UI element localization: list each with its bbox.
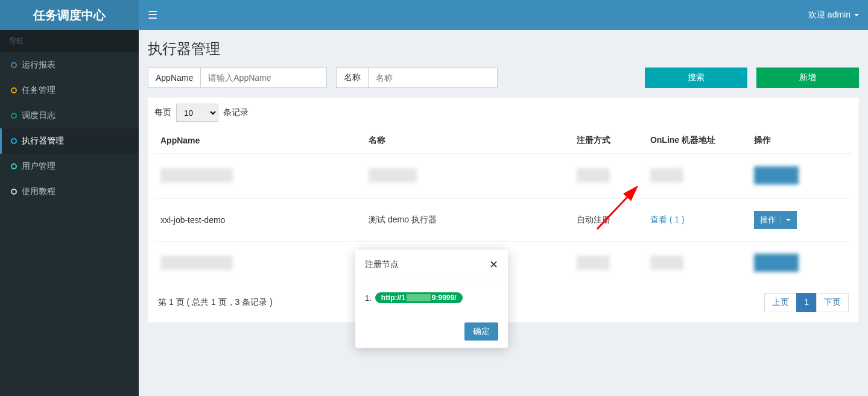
name-label: 名称 (336, 68, 368, 88)
welcome-label: 欢迎 admin (808, 10, 851, 20)
sidebar-item-label: 使用教程 (22, 186, 55, 197)
circle-icon (11, 62, 17, 68)
modal-footer: 确定 (355, 315, 508, 348)
circle-icon (11, 113, 17, 119)
sidebar-item[interactable]: 任务管理 (0, 78, 139, 103)
add-button[interactable]: 新增 (756, 68, 859, 88)
appname-label: AppName (148, 68, 200, 88)
next-page[interactable]: 下页 (816, 293, 849, 312)
chevron-down-icon (854, 14, 859, 16)
sidebar-item[interactable]: 使用教程 (0, 179, 139, 204)
sidebar-item-label: 调度日志 (22, 110, 55, 121)
confirm-button[interactable]: 确定 (464, 322, 498, 341)
register-node-modal: 注册节点 ✕ 1. http://19:9999/ 确定 (355, 250, 508, 348)
page-1[interactable]: 1 (796, 293, 817, 312)
chevron-down-icon (786, 219, 791, 221)
sidebar-item[interactable]: 用户管理 (0, 154, 139, 179)
modal-header: 注册节点 ✕ (355, 250, 508, 280)
sidebar-item-label: 运行报表 (22, 60, 55, 71)
close-icon[interactable]: ✕ (489, 258, 498, 271)
sidebar: 任务调度中心 导航 运行报表任务管理调度日志执行器管理用户管理使用教程 (0, 0, 139, 396)
th-reg: 注册方式 (571, 128, 644, 154)
brand-title: 任务调度中心 (0, 0, 139, 30)
circle-icon (11, 87, 17, 93)
modal-title: 注册节点 (365, 259, 399, 270)
sidebar-item[interactable]: 调度日志 (0, 103, 139, 128)
prev-page[interactable]: 上页 (764, 293, 797, 312)
name-input[interactable] (368, 68, 498, 88)
th-online: OnLine 机器地址 (644, 128, 749, 154)
node-item: 1. http://19:9999/ (365, 292, 498, 303)
op-label: 操作 (760, 215, 776, 225)
page-title: 执行器管理 (148, 39, 859, 58)
th-appname: AppName (154, 128, 363, 154)
node-url-pill: http://19:9999/ (375, 292, 463, 303)
circle-icon (11, 189, 17, 195)
sidebar-item-label: 执行器管理 (22, 136, 64, 146)
name-group: 名称 (336, 68, 498, 88)
per-page-prefix: 每页 (154, 107, 171, 118)
view-link[interactable]: 查看 ( 1 ) (650, 215, 685, 224)
hamburger-icon[interactable]: ☰ (148, 8, 157, 22)
sidebar-item[interactable]: 执行器管理 (0, 128, 139, 154)
table-row (154, 154, 852, 199)
footer-info: 第 1 页 ( 总共 1 页，3 条记录 ) (158, 297, 273, 308)
op-button[interactable]: 操作 (754, 211, 797, 229)
cell-reg: 自动注册 (571, 199, 644, 242)
topbar: ☰ 欢迎 admin (139, 0, 868, 30)
sidebar-item[interactable]: 运行报表 (0, 52, 139, 78)
modal-body: 1. http://19:9999/ (355, 280, 508, 315)
nav-header: 导航 (0, 30, 139, 52)
pagination: 上页 1 下页 (765, 293, 849, 312)
circle-icon (11, 163, 17, 169)
search-button[interactable]: 搜索 (645, 68, 747, 88)
welcome-dropdown[interactable]: 欢迎 admin (808, 10, 859, 20)
appname-input[interactable] (200, 68, 327, 88)
sidebar-item-label: 用户管理 (22, 161, 55, 172)
th-op: 操作 (748, 128, 852, 154)
filter-row: AppName 名称 搜索 新增 (148, 68, 859, 88)
th-name: 名称 (363, 128, 571, 154)
table-row: xxl-job-test-demo 测试 demo 执行器 自动注册 查看 ( … (154, 199, 852, 242)
page-size-select[interactable]: 10 (176, 104, 218, 122)
cell-appname: xxl-job-test-demo (154, 199, 363, 242)
appname-group: AppName (148, 68, 327, 88)
cell-name: 测试 demo 执行器 (363, 199, 571, 242)
circle-icon (11, 138, 17, 144)
per-page-suffix: 条记录 (223, 107, 249, 118)
page-size-row: 每页 10 条记录 (154, 104, 852, 122)
node-index: 1. (365, 294, 372, 303)
sidebar-item-label: 任务管理 (22, 85, 55, 96)
